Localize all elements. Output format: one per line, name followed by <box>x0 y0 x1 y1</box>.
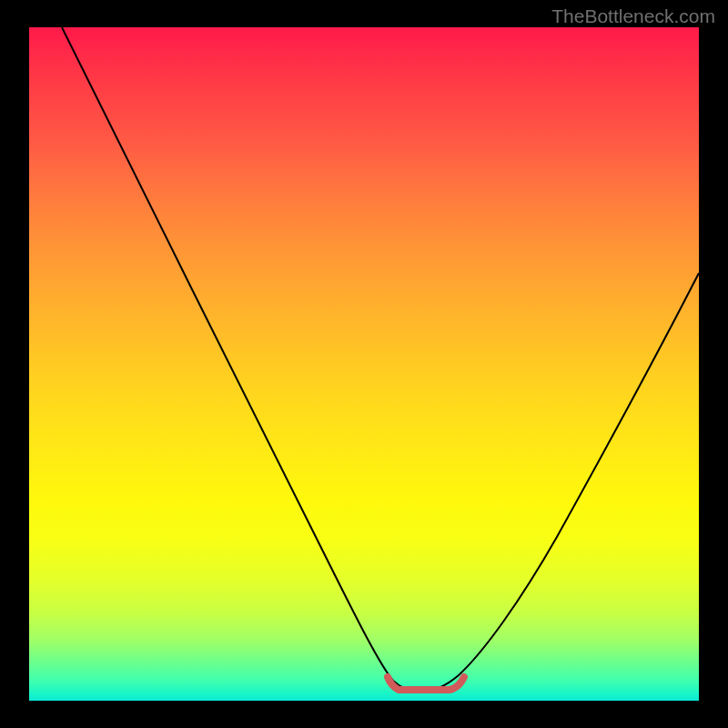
chart-svg <box>29 27 699 701</box>
plot-area <box>29 27 699 701</box>
watermark-text: TheBottleneck.com <box>551 5 715 27</box>
bottleneck-curve <box>62 27 699 692</box>
